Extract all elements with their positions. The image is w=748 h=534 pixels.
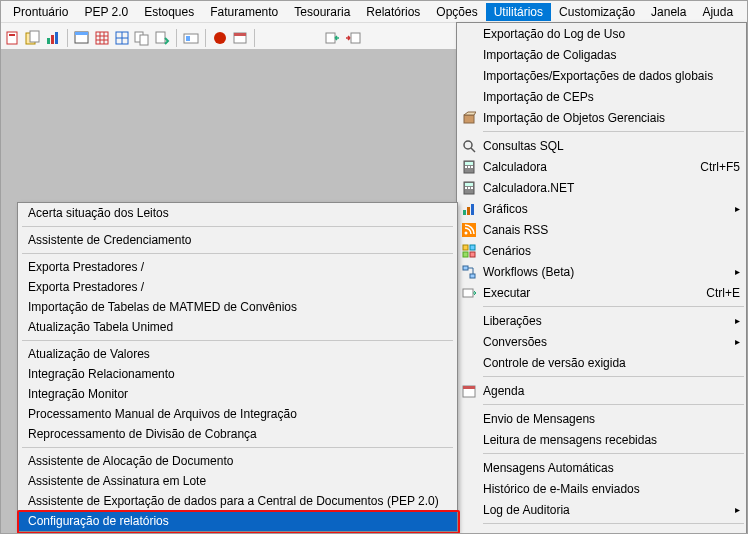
export-icon[interactable] <box>345 30 361 46</box>
menu-item-label: Importação de Objetos Gerenciais <box>483 111 665 125</box>
submenu-item[interactable]: Configuração de relatórios <box>18 511 457 531</box>
menubar-item[interactable]: Tesouraria <box>286 3 358 21</box>
menu-item-label: Importação de Coligadas <box>483 48 616 62</box>
menubar-item[interactable]: Janela <box>643 3 694 21</box>
submenu-arrow-icon: ▸ <box>735 504 740 515</box>
record-icon[interactable] <box>212 30 228 46</box>
menu-item[interactable]: Calculadora.NET <box>457 177 746 198</box>
menu-item[interactable]: Cenários <box>457 240 746 261</box>
menubar-item[interactable]: PEP 2.0 <box>76 3 136 21</box>
toolbar-icon[interactable] <box>154 30 170 46</box>
menu-item[interactable]: Importação de Objetos Gerenciais <box>457 107 746 128</box>
svg-rect-41 <box>467 207 470 215</box>
toolbar-icon[interactable] <box>45 30 61 46</box>
svg-rect-33 <box>468 166 470 168</box>
svg-rect-46 <box>470 245 475 250</box>
menubar-item[interactable]: Utilitários <box>486 3 551 21</box>
submenu-item[interactable]: Acerta situação dos Leitos <box>18 203 457 223</box>
svg-point-22 <box>214 32 226 44</box>
svg-rect-40 <box>463 210 466 215</box>
menu-item[interactable]: Gráficos▸ <box>457 198 746 219</box>
svg-rect-39 <box>471 187 473 189</box>
submenu-item[interactable]: Integração Monitor <box>18 384 457 404</box>
menu-item-label: Exportação do Log de Uso <box>483 27 625 41</box>
menu-item[interactable]: Envio de Mensagens <box>457 408 746 429</box>
menu-item-label: Calculadora.NET <box>483 181 574 195</box>
menubar-item[interactable]: Relatórios <box>358 3 428 21</box>
menu-item-label: Importações/Exportações de dados globais <box>483 69 713 83</box>
menu-item-label: Rotinas <box>483 531 524 535</box>
submenu-item-label: Atualização Tabela Unimed <box>28 320 173 334</box>
menu-item[interactable]: Leitura de mensagens recebidas <box>457 429 746 450</box>
toolbar-icon[interactable] <box>183 30 199 46</box>
menubar-item[interactable]: Customização <box>551 3 643 21</box>
menu-item[interactable]: Log de Auditoria▸ <box>457 499 746 520</box>
menubar-item[interactable]: Faturamento <box>202 3 286 21</box>
submenu-item[interactable]: Assistente de Credenciamento <box>18 230 457 250</box>
menu-item[interactable]: Importações/Exportações de dados globais <box>457 65 746 86</box>
toolbar-icon[interactable] <box>74 30 90 46</box>
menubar-item[interactable]: Estoques <box>136 3 202 21</box>
menu-item[interactable]: Liberações▸ <box>457 310 746 331</box>
toolbar-icon[interactable] <box>94 30 110 46</box>
app-window: ProntuárioPEP 2.0EstoquesFaturamentoTeso… <box>0 0 748 534</box>
rss-icon <box>461 222 477 238</box>
svg-rect-38 <box>468 187 470 189</box>
menu-item[interactable]: Controle de versão exigida <box>457 352 746 373</box>
menu-item[interactable]: CalculadoraCtrl+F5 <box>457 156 746 177</box>
menu-shortcut: Ctrl+E <box>706 286 740 300</box>
menu-item-label: Canais RSS <box>483 223 548 237</box>
menu-item[interactable]: ExecutarCtrl+E <box>457 282 746 303</box>
menu-item-label: Consultas SQL <box>483 139 564 153</box>
svg-rect-32 <box>465 166 467 168</box>
menu-item[interactable]: Consultas SQL <box>457 135 746 156</box>
svg-rect-49 <box>463 266 468 270</box>
toolbar-icon[interactable] <box>134 30 150 46</box>
submenu-item[interactable]: Processamento Manual de Arquivos de Inte… <box>18 404 457 424</box>
menubar-item[interactable]: Ajuda <box>694 3 741 21</box>
submenu-item[interactable]: Exporta Prestadores / <box>18 257 457 277</box>
toolbar-icon[interactable] <box>5 30 21 46</box>
submenu-item[interactable]: Atualização Tabela Unimed <box>18 317 457 337</box>
submenu-item[interactable]: Exporta Prestadores / <box>18 277 457 297</box>
submenu-item[interactable]: Atualização de Valores <box>18 344 457 364</box>
menu-item-label: Leitura de mensagens recebidas <box>483 433 657 447</box>
menu-item-label: Mensagens Automáticas <box>483 461 614 475</box>
menu-item[interactable]: Histórico de e-Mails enviados <box>457 478 746 499</box>
menu-item[interactable]: Canais RSS <box>457 219 746 240</box>
submenu-item[interactable]: Reprocessamento de Divisão de Cobrança <box>18 424 457 444</box>
submenu-item[interactable]: Importação de Tabelas de MATMED de Convê… <box>18 297 457 317</box>
menu-separator <box>22 226 453 227</box>
submenu-item[interactable]: Assistente de Alocação de Documento <box>18 451 457 471</box>
import-icon[interactable] <box>325 30 341 46</box>
magnifier-icon <box>461 138 477 154</box>
menubar-item[interactable]: Prontuário <box>5 3 76 21</box>
scenarios-icon <box>461 243 477 259</box>
submenu-item[interactable]: Assistente de Exportação de dados para a… <box>18 491 457 511</box>
menu-item[interactable]: Agenda <box>457 380 746 401</box>
svg-rect-4 <box>47 38 50 44</box>
svg-line-29 <box>471 148 475 152</box>
menu-item[interactable]: Importação de Coligadas <box>457 44 746 65</box>
svg-rect-27 <box>464 115 474 123</box>
svg-rect-19 <box>156 32 165 43</box>
menu-item-label: Log de Auditoria <box>483 503 570 517</box>
toolbar-icon[interactable] <box>232 30 248 46</box>
menu-item[interactable]: Conversões▸ <box>457 331 746 352</box>
toolbar-icon[interactable] <box>25 30 41 46</box>
svg-rect-26 <box>351 33 360 43</box>
menu-item[interactable]: Exportação do Log de Uso <box>457 23 746 44</box>
toolbar-icon[interactable] <box>114 30 130 46</box>
menu-item[interactable]: Importação de CEPs <box>457 86 746 107</box>
menu-item[interactable]: Mensagens Automáticas <box>457 457 746 478</box>
menubar-item[interactable]: Opções <box>428 3 485 21</box>
svg-rect-21 <box>186 36 190 41</box>
menu-item[interactable]: Rotinas▸ <box>457 527 746 534</box>
menu-item-label: Conversões <box>483 335 547 349</box>
submenu-item[interactable]: Assistente de Assinatura em Lote <box>18 471 457 491</box>
submenu-item[interactable]: Integração Relacionamento <box>18 364 457 384</box>
menu-item-label: Executar <box>483 286 530 300</box>
menu-item-label: Agenda <box>483 384 524 398</box>
menu-item[interactable]: Workflows (Beta)▸ <box>457 261 746 282</box>
toolbar-separator <box>67 29 68 47</box>
